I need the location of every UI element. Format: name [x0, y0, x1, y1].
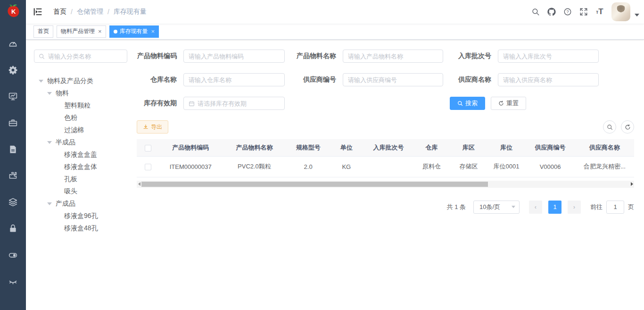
- warehouse-name-input[interactable]: [189, 76, 280, 84]
- menu-fold-icon[interactable]: [26, 0, 50, 24]
- sidebar-item-monitor[interactable]: [0, 84, 26, 110]
- tree-node-leaf[interactable]: 吸头: [34, 185, 127, 198]
- calendar-icon: [189, 101, 195, 107]
- table-row[interactable]: ITEM00000037 PVC2.0颗粒 2.0 KG 原料仓 存储区 库位0…: [137, 156, 634, 177]
- tree-node-label: 物料: [56, 89, 69, 98]
- tree-node-root[interactable]: 物料及产品分类: [34, 75, 127, 87]
- tab-home[interactable]: 首页: [33, 25, 53, 38]
- cell-batch: [363, 156, 413, 177]
- tree-node-leaf[interactable]: 塑料颗粒: [34, 100, 127, 112]
- sidebar-item-dashboard[interactable]: [0, 31, 26, 58]
- tab-close-icon[interactable]: ×: [151, 28, 155, 34]
- tab-close-icon[interactable]: ×: [98, 28, 102, 34]
- item-name-input[interactable]: [348, 53, 438, 60]
- tab-material-product[interactable]: 物料产品管理 ×: [57, 25, 106, 38]
- column-header[interactable]: 库位: [487, 139, 525, 156]
- search-icon: [39, 53, 45, 59]
- reset-button[interactable]: 重置: [491, 97, 526, 110]
- column-header[interactable]: 单位: [330, 139, 363, 156]
- avatar[interactable]: [611, 2, 630, 21]
- caret-down-icon[interactable]: [47, 92, 56, 95]
- tab-label: 库存现有量: [120, 27, 148, 35]
- sidebar-item-system[interactable]: [0, 58, 26, 84]
- scrollbar-thumb[interactable]: [141, 182, 488, 187]
- content-section: 产品物料编码 产品物料名称 入库批次号 仓库名称 供应商编号 供应商名称 库存有…: [127, 40, 644, 310]
- refresh-table-button[interactable]: [621, 120, 634, 134]
- tree-search-box: [34, 50, 127, 63]
- tree-node-leaf[interactable]: 移液盒盒盖: [34, 149, 127, 161]
- help-question-icon[interactable]: ?: [560, 0, 576, 24]
- horizontal-scrollbar[interactable]: [137, 181, 634, 188]
- tree-search-input[interactable]: [48, 53, 123, 60]
- column-header[interactable]: 库区: [450, 139, 487, 156]
- goto-page-input[interactable]: [606, 201, 624, 214]
- tree-node-leaf[interactable]: 移液盒48孔: [34, 222, 127, 235]
- cell-unit: KG: [330, 156, 363, 177]
- tree-node-finished[interactable]: 产成品: [34, 198, 127, 210]
- tree-node-label: 移液盒盒体: [64, 163, 97, 171]
- sidebar-item-document[interactable]: [0, 137, 26, 163]
- lock-icon: [8, 224, 18, 235]
- caret-down-icon[interactable]: [39, 80, 47, 83]
- sidebar-item-component[interactable]: [0, 163, 26, 190]
- page-number-1[interactable]: 1: [548, 201, 561, 214]
- tree-node-leaf[interactable]: 移液盒96孔: [34, 210, 127, 222]
- supplier-name-input[interactable]: [503, 76, 594, 84]
- closed-eye-icon: [8, 276, 18, 288]
- toggle-search-button[interactable]: [603, 120, 616, 134]
- sidebar-item-example[interactable]: [0, 269, 26, 295]
- github-icon[interactable]: [544, 0, 560, 24]
- next-page-button[interactable]: ›: [568, 201, 581, 214]
- tree-node-leaf[interactable]: 色粉: [34, 112, 127, 124]
- breadcrumb-home[interactable]: 首页: [53, 8, 66, 16]
- header-search-icon[interactable]: [528, 0, 544, 24]
- avatar-caret-down-icon[interactable]: [635, 14, 639, 17]
- supplier-code-field: [343, 73, 443, 86]
- refresh-icon: [625, 124, 631, 130]
- app-logo[interactable]: K: [0, 0, 26, 24]
- column-header[interactable]: 产品物料名称: [222, 139, 287, 156]
- font-size-icon[interactable]: тT: [592, 0, 608, 24]
- sidebar-item-switch[interactable]: [0, 243, 26, 269]
- caret-down-icon[interactable]: [47, 141, 56, 144]
- sidebar-item-layers[interactable]: [0, 190, 26, 216]
- tree-node-leaf[interactable]: 孔板: [34, 173, 127, 185]
- tree-node-label: 移液盒48孔: [64, 224, 98, 233]
- goto-suffix: 页: [628, 203, 634, 211]
- expiry-date-input[interactable]: [198, 100, 280, 107]
- tree-node-material[interactable]: 物料: [34, 87, 127, 100]
- tab-label: 首页: [38, 27, 49, 35]
- column-header[interactable]: 规格型号: [287, 139, 330, 156]
- export-button-label: 导出: [151, 123, 162, 131]
- batch-no-input[interactable]: [503, 53, 594, 60]
- column-header[interactable]: 产品物料编码: [159, 139, 222, 156]
- select-all-checkbox[interactable]: [145, 145, 151, 151]
- export-button[interactable]: 导出: [137, 120, 168, 134]
- caret-down-icon[interactable]: [47, 202, 56, 205]
- row-checkbox[interactable]: [145, 164, 151, 170]
- page-size-select[interactable]: 10条/页: [473, 201, 520, 214]
- tree-node-leaf[interactable]: 移液盒盒体: [34, 161, 127, 173]
- cell-location: 库位0001: [487, 156, 525, 177]
- column-header[interactable]: 仓库: [413, 139, 450, 156]
- prev-page-button[interactable]: ‹: [529, 201, 542, 214]
- sidebar-item-toolbox[interactable]: [0, 110, 26, 137]
- tab-label: 物料产品管理: [61, 27, 95, 35]
- column-header[interactable]: 供应商编号: [525, 139, 575, 156]
- scroll-right-arrow[interactable]: [629, 181, 634, 188]
- column-header[interactable]: 入库批次号: [363, 139, 413, 156]
- search-button[interactable]: 搜索: [450, 97, 485, 110]
- scroll-left-arrow[interactable]: [137, 181, 141, 188]
- fullscreen-icon[interactable]: [576, 0, 592, 24]
- pagination: 共 1 条 10条/页 ‹ 1 › 前往 页: [137, 201, 634, 214]
- sidebar: K: [0, 0, 26, 310]
- tree-node-leaf[interactable]: 过滤棉: [34, 124, 127, 136]
- category-tree-panel: 物料及产品分类 物料 塑料颗粒 色粉 过滤棉 半成品 移液盒盒盖 移液盒盒体 孔…: [26, 40, 127, 310]
- column-header[interactable]: 供应商名称: [575, 139, 634, 156]
- tree-node-semifinished[interactable]: 半成品: [34, 136, 127, 149]
- main-content: 物料及产品分类 物料 塑料颗粒 色粉 过滤棉 半成品 移液盒盒盖 移液盒盒体 孔…: [26, 40, 644, 310]
- tab-inventory-active[interactable]: 库存现有量 ×: [109, 25, 159, 38]
- sidebar-item-permission[interactable]: [0, 216, 26, 243]
- item-code-input[interactable]: [189, 53, 280, 60]
- supplier-code-input[interactable]: [348, 76, 438, 84]
